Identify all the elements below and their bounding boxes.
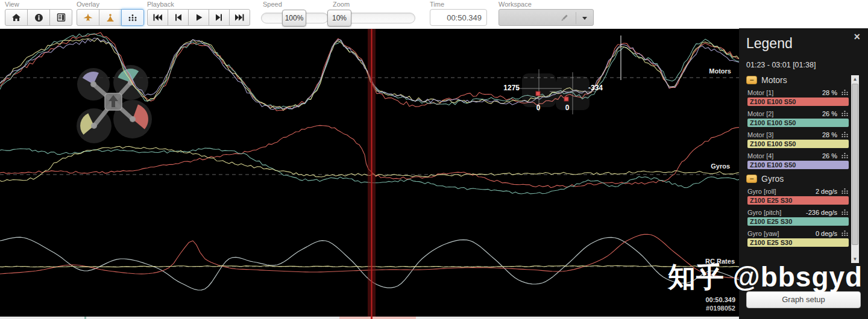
right-stick-v-value: 0 [565,104,570,112]
field-settings-badge[interactable]: Z100 E100 S50 [747,161,849,169]
craft-plane-overlay-button[interactable] [77,9,99,26]
pencil-icon[interactable] [559,13,569,23]
legend-field: Motor [1]28 %Z100 E100 S50 [747,88,849,106]
legend-title: Legend [746,36,793,52]
blackbox-explorer-window: View Overlay [0,0,868,319]
sticks-mini-icon[interactable] [841,152,849,159]
legend-group-name: Motors [761,75,787,85]
field-value: -236 deg/s [806,209,837,216]
speed-slider-handle[interactable]: 100% [282,10,306,26]
legend-group-header[interactable]: −Gyros [746,174,849,184]
time-label: Time [430,1,444,8]
field-value: 28 % [822,131,837,138]
sticks-mini-icon[interactable] [841,230,849,237]
collapse-icon[interactable]: − [746,175,757,183]
time-input[interactable] [430,9,487,26]
legend-field: Motor [4]26 %Z100 E100 S50 [747,151,849,169]
jump-end-icon [235,14,244,21]
sticks-mini-icon[interactable] [841,188,849,194]
graph-canvas[interactable]: 1275-33400MotorsGyrosRC Rates00:50.349#0… [0,28,739,319]
legend-field-row[interactable]: Gyro [roll]2 deg/s [747,187,849,196]
sticks-mini-icon[interactable] [841,131,849,138]
scroll-up-icon[interactable]: ▲ [851,75,859,83]
field-settings-badge[interactable]: Z100 E25 S30 [747,196,849,205]
collapse-icon[interactable]: − [746,76,757,84]
field-name: Gyro [yaw] [747,230,816,237]
legend-field-row[interactable]: Gyro [pitch]-236 deg/s [747,208,849,217]
step-back-button[interactable] [168,9,189,26]
right-stick-marker [564,97,568,101]
right-stick-h-value: -334 [588,84,603,92]
legend-field: Motor [2]26 %Z100 E100 S50 [747,109,849,127]
left-stick-marker [536,91,540,96]
gyros-graph-label: Gyros [711,163,730,170]
view-group-label: View [5,1,19,8]
zoom-slider[interactable]: 10% [327,13,415,23]
toolbar: View Overlay [0,0,868,29]
legend-time-range: 01:23 - 03:01 [01:38] [746,61,816,69]
chevron-down-icon[interactable] [582,17,587,20]
field-value: 26 % [822,152,837,160]
legend-field: Motor [3]28 %Z100 E100 S50 [747,130,849,148]
close-icon[interactable]: × [854,31,860,42]
sticks-mini-icon[interactable] [841,110,849,117]
craft-overlay [77,65,152,143]
sticks-overlay-button[interactable] [121,9,144,26]
overlay-group-label: Overlay [77,1,99,8]
info-icon [34,13,43,22]
sticks-overlay: 1275-33400 [503,69,603,114]
legend-field-row[interactable]: Motor [2]26 % [747,109,849,118]
log-viewer-button[interactable] [49,9,72,26]
legend-group-header[interactable]: −Motors [746,75,849,85]
home-button[interactable] [5,9,28,26]
legend-field-row[interactable]: Motor [3]28 % [747,130,849,139]
field-value: 2 deg/s [816,188,837,195]
home-icon [11,13,21,22]
legend-group-name: Gyros [761,174,784,184]
sticks-mini-icon[interactable] [841,89,849,96]
field-name: Motor [2] [747,110,822,117]
play-icon [195,14,203,21]
zoom-label: Zoom [333,1,350,8]
step-forward-button[interactable] [209,9,230,26]
field-name: Motor [3] [747,131,822,138]
legend-field: Gyro [roll]2 deg/sZ100 E25 S30 [747,187,849,205]
field-value: 26 % [822,110,837,117]
step-back-icon [174,14,182,21]
legend-field: Gyro [yaw]0 deg/sZ100 E25 S30 [747,229,849,247]
log-viewer-icon [57,13,66,22]
field-name: Gyro [pitch] [747,209,806,216]
legend-field-row[interactable]: Motor [1]28 % [747,88,849,97]
motors-graph-label: Motors [709,67,731,75]
sticks-icon [128,14,137,22]
left-stick-v-value: 0 [536,104,541,112]
field-settings-badge[interactable]: Z100 E100 S50 [747,140,849,148]
cursor-frame-label: #0198052 [706,305,735,312]
scrollbar-thumb[interactable] [852,84,858,245]
graph-svg: 1275-33400MotorsGyrosRC Rates00:50.349#0… [0,28,739,319]
jump-start-icon [153,14,162,21]
field-name: Motor [1] [747,89,822,96]
legend-field-row[interactable]: Gyro [yaw]0 deg/s [747,229,849,238]
field-settings-badge[interactable]: Z100 E25 S30 [747,238,849,247]
craft-top-overlay-button[interactable] [99,9,122,26]
workspace-label: Workspace [498,1,532,8]
speed-slider[interactable]: 100% [261,13,329,23]
playback-group-label: Playback [147,1,174,8]
zoom-slider-handle[interactable]: 10% [327,10,351,26]
field-value: 0 deg/s [816,230,837,237]
field-settings-badge[interactable]: Z100 E100 S50 [747,98,849,106]
workspace-select[interactable] [498,9,594,26]
speed-label: Speed [263,1,282,8]
field-value: 28 % [822,89,837,96]
jump-to-start-button[interactable] [147,9,168,26]
field-name: Motor [4] [747,152,822,160]
sticks-mini-icon[interactable] [841,209,849,215]
legend-field-row[interactable]: Motor [4]26 % [747,151,849,160]
legend-scrollbar[interactable]: ▲ ▼ [851,75,859,263]
jump-to-end-button[interactable] [229,9,250,26]
log-info-button[interactable] [27,9,50,26]
field-settings-badge[interactable]: Z100 E25 S30 [747,217,849,226]
play-button[interactable] [188,9,209,26]
field-settings-badge[interactable]: Z100 E100 S50 [747,119,849,127]
